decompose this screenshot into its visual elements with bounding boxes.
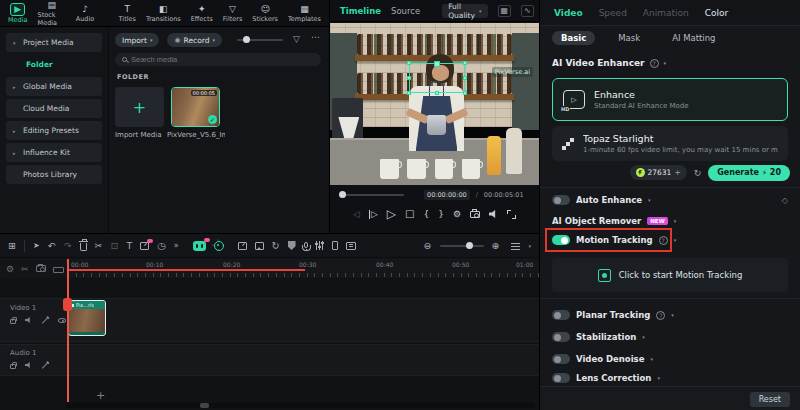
zoom-in-icon[interactable]: ⊕	[492, 241, 500, 251]
add-track-button[interactable]: +	[96, 389, 105, 402]
tab-titles[interactable]: TTitles	[119, 4, 136, 23]
tab-speed[interactable]: Speed	[599, 8, 627, 18]
shortcut-panel-icon[interactable]	[53, 267, 64, 273]
video-viewport[interactable]: PixVerse.ai	[330, 23, 539, 185]
captions-icon[interactable]	[346, 242, 356, 250]
speaker-icon[interactable]	[489, 210, 498, 218]
motion-tracking-box[interactable]	[409, 63, 465, 93]
mute-icon[interactable]	[25, 317, 32, 323]
timeline-clip[interactable]: Pix...rls	[68, 300, 106, 336]
sidebar-item-editing-presets[interactable]: ▸Editing Presets	[6, 121, 102, 140]
fullscreen-icon[interactable]	[507, 210, 516, 219]
tracks-area[interactable]: Video 1 Audio 1 Pix...rls +	[0, 278, 539, 410]
phone-preview-icon[interactable]	[332, 241, 338, 250]
ai-plugin-icon[interactable]	[214, 241, 224, 251]
tab-audio[interactable]: ♪Audio	[76, 4, 94, 23]
voiceover-mic-icon[interactable]	[304, 242, 308, 248]
tab-timeline-preview[interactable]: Timeline	[340, 6, 381, 16]
track-handle[interactable]	[463, 91, 467, 95]
track-handle[interactable]	[407, 76, 411, 80]
more-tools-icon[interactable]: »	[174, 242, 179, 250]
mark-in-icon[interactable]: {	[423, 210, 429, 219]
generate-button[interactable]: Generate ⚡ 20	[708, 165, 790, 181]
reset-button[interactable]: Reset	[750, 392, 790, 407]
credits-balance[interactable]: 27631 +	[630, 165, 687, 180]
sidebar-item-photos-library[interactable]: Photos Library	[6, 165, 102, 184]
info-icon[interactable]: ?	[656, 311, 665, 320]
import-media-card[interactable]: +	[115, 87, 164, 127]
tab-media[interactable]: ▶Media	[8, 3, 28, 24]
play-icon[interactable]: ▷	[387, 208, 396, 220]
lock-icon[interactable]	[10, 364, 16, 369]
subtab-mask[interactable]: Mask	[609, 31, 649, 45]
slider-knob[interactable]	[243, 36, 250, 43]
shield-icon[interactable]	[288, 241, 296, 250]
text-tool-icon[interactable]: T	[127, 241, 133, 251]
mark-out-icon[interactable]: }	[438, 210, 444, 219]
subtab-basic[interactable]: Basic	[552, 31, 595, 45]
info-icon[interactable]: ?	[650, 59, 659, 68]
more-options-icon[interactable]: ⋯	[311, 32, 320, 42]
horizontal-scrollbar[interactable]	[66, 403, 535, 408]
speed-icon[interactable]: ↻	[272, 241, 280, 251]
topaz-starlight-card[interactable]: Topaz Starlight 1-minute 60 fps video li…	[552, 126, 788, 161]
timeline-zoom-slider[interactable]	[440, 245, 484, 247]
track-handle[interactable]	[463, 76, 467, 80]
media-search[interactable]	[115, 53, 321, 66]
copilot-icon[interactable]	[193, 241, 206, 251]
select-tool-icon[interactable]: ➤	[33, 242, 40, 250]
planar-tracking-toggle[interactable]	[552, 310, 570, 320]
chevron-down-icon[interactable]: ▾	[528, 243, 531, 249]
auto-enhance-toggle[interactable]	[552, 195, 570, 205]
stop-icon[interactable]: □	[405, 209, 414, 219]
scopes-icon[interactable]: ∿	[521, 5, 534, 17]
hide-track-icon[interactable]	[58, 318, 66, 323]
render-settings-icon[interactable]: ⚙	[453, 210, 461, 219]
track-handle[interactable]	[407, 61, 411, 65]
media-clip-card[interactable]: 00:00:05 ✓	[171, 87, 220, 127]
track-handle[interactable]	[407, 91, 411, 95]
display-layout-icon[interactable]: ▦	[498, 5, 512, 17]
seek-bar[interactable]	[340, 194, 404, 196]
lock-icon[interactable]	[10, 319, 16, 324]
enhance-mode-card[interactable]: ▷HD Enhance Standard AI Enhance Mode	[552, 78, 788, 121]
filter-icon[interactable]: ▽	[293, 34, 300, 44]
add-credits-icon[interactable]: +	[674, 168, 680, 177]
timeline-snapshot-icon[interactable]	[36, 265, 46, 272]
split-icon[interactable]: ✂	[95, 241, 103, 251]
track-handle[interactable]	[435, 91, 439, 95]
tab-transitions[interactable]: ◧Transitions	[146, 4, 181, 23]
ai-video-enhancer-header[interactable]: AI Video Enhancer ? ▾	[552, 58, 666, 68]
tab-animation[interactable]: Animation	[643, 8, 689, 18]
edit-tools-icon[interactable]	[140, 242, 149, 250]
asset-grid-icon[interactable]: ⊞	[8, 241, 16, 251]
keyframe-icon[interactable]: ◇	[782, 196, 788, 205]
subtab-ai-matting[interactable]: AI Matting	[663, 31, 724, 45]
tab-color[interactable]: Color	[705, 8, 729, 18]
video-denoise-toggle[interactable]	[552, 354, 570, 364]
scrollbar-thumb[interactable]	[200, 403, 209, 408]
stabilization-toggle[interactable]	[552, 332, 570, 342]
sidebar-item-project-media[interactable]: ▾Project Media	[6, 33, 102, 52]
delete-icon[interactable]	[80, 243, 87, 251]
crop-icon[interactable]: ⊡	[111, 241, 119, 251]
redo-icon[interactable]: ↷	[64, 241, 72, 251]
sidebar-item-folder[interactable]: Folder	[6, 55, 102, 74]
mute-icon[interactable]	[25, 362, 32, 368]
search-input[interactable]	[131, 55, 314, 64]
speed-ramp-icon[interactable]: ◷	[157, 241, 165, 251]
tab-stickers[interactable]: ☺Stickers	[252, 4, 278, 23]
track-manager-icon[interactable]	[511, 242, 520, 250]
tab-templates[interactable]: ▦Templates	[288, 4, 321, 23]
info-icon[interactable]: ?	[659, 236, 668, 245]
start-motion-tracking-button[interactable]: Click to start Motion Tracking	[552, 258, 788, 292]
lens-correction-toggle[interactable]	[552, 373, 570, 383]
sidebar-item-influence-kit[interactable]: ▸Influence Kit	[6, 143, 102, 162]
sidebar-item-global-media[interactable]: ▸Global Media	[6, 77, 102, 96]
seek-knob[interactable]	[339, 191, 346, 198]
motion-tracking-toggle[interactable]	[552, 235, 570, 245]
tab-video[interactable]: Video	[554, 8, 583, 18]
undo-icon[interactable]: ↶	[48, 241, 56, 251]
ai-object-remover-row[interactable]: AI Object Remover NEW ▾	[552, 212, 788, 230]
playhead-line[interactable]	[67, 259, 69, 402]
